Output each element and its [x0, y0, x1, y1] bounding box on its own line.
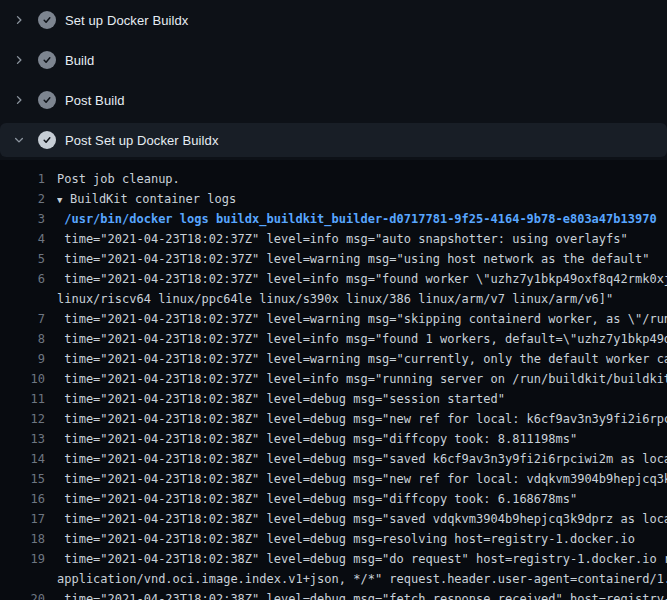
- log-line-number[interactable]: 10: [0, 369, 45, 389]
- log-line-number[interactable]: 19: [0, 549, 45, 569]
- check-circle-icon: [38, 11, 56, 29]
- log-line-text: time="2021-04-23T18:02:37Z" level=info m…: [57, 229, 628, 249]
- log-line-number[interactable]: 4: [0, 229, 45, 249]
- log-line-text: Post job cleanup.: [57, 169, 180, 189]
- step-label: Build: [65, 53, 94, 68]
- step-label: Set up Docker Buildx: [65, 13, 188, 28]
- log-viewer: 1Post job cleanup.2▼BuildKit container l…: [0, 160, 667, 600]
- log-line-number[interactable]: 18: [0, 529, 45, 549]
- log-line: 8 time="2021-04-23T18:02:37Z" level=info…: [0, 329, 667, 349]
- log-line-number[interactable]: 15: [0, 469, 45, 489]
- log-line-number[interactable]: 11: [0, 389, 45, 409]
- log-line-text: time="2021-04-23T18:02:37Z" level=info m…: [57, 369, 667, 389]
- log-line-number[interactable]: 7: [0, 309, 45, 329]
- log-line: 11 time="2021-04-23T18:02:38Z" level=deb…: [0, 389, 667, 409]
- log-line-number[interactable]: 3: [0, 209, 45, 229]
- chevron-right-icon: [12, 93, 26, 107]
- log-line-text: time="2021-04-23T18:02:38Z" level=debug …: [57, 469, 667, 489]
- log-line-number[interactable]: 13: [0, 429, 45, 449]
- log-line: 13 time="2021-04-23T18:02:38Z" level=deb…: [0, 429, 667, 449]
- log-line: 2▼BuildKit container logs: [0, 189, 667, 209]
- chevron-right-icon: [12, 13, 26, 27]
- log-line-number[interactable]: 5: [0, 249, 45, 269]
- log-line-text: ▼BuildKit container logs: [57, 189, 236, 209]
- log-line-text: time="2021-04-23T18:02:37Z" level=info m…: [57, 269, 667, 289]
- log-line: 16 time="2021-04-23T18:02:38Z" level=deb…: [0, 489, 667, 509]
- log-line-number[interactable]: 17: [0, 509, 45, 529]
- log-line-number[interactable]: 1: [0, 169, 45, 189]
- log-line: 6 time="2021-04-23T18:02:37Z" level=info…: [0, 269, 667, 289]
- log-line: 3 /usr/bin/docker logs buildx_buildkit_b…: [0, 209, 667, 229]
- log-line-number[interactable]: 12: [0, 409, 45, 429]
- step-label: Post Set up Docker Buildx: [65, 133, 219, 148]
- log-line: 20 time="2021-04-23T18:02:38Z" level=deb…: [0, 589, 667, 600]
- log-line: 15 time="2021-04-23T18:02:38Z" level=deb…: [0, 469, 667, 489]
- check-circle-icon: [38, 51, 56, 69]
- log-line-number: [0, 289, 45, 309]
- step-header-post-build[interactable]: Post Build: [0, 80, 667, 120]
- check-circle-icon: [38, 91, 56, 109]
- log-line-text: time="2021-04-23T18:02:38Z" level=debug …: [57, 429, 577, 449]
- log-line-text: time="2021-04-23T18:02:38Z" level=debug …: [57, 589, 667, 600]
- log-line-number[interactable]: 16: [0, 489, 45, 509]
- log-line-number[interactable]: 2: [0, 189, 45, 209]
- log-line-number[interactable]: 14: [0, 449, 45, 469]
- step-header-set-up-docker-buildx[interactable]: Set up Docker Buildx: [0, 0, 667, 40]
- log-line-text: time="2021-04-23T18:02:38Z" level=debug …: [57, 529, 635, 549]
- log-line: 5 time="2021-04-23T18:02:37Z" level=warn…: [0, 249, 667, 269]
- step-slot-post-set-up-docker-buildx: Post Set up Docker Buildx: [0, 123, 667, 163]
- log-line-text: time="2021-04-23T18:02:38Z" level=debug …: [57, 509, 667, 529]
- step-header-post-set-up-docker-buildx[interactable]: Post Set up Docker Buildx: [0, 123, 667, 157]
- log-command-text: /usr/bin/docker logs buildx_buildkit_bui…: [57, 209, 657, 229]
- log-line: 17 time="2021-04-23T18:02:38Z" level=deb…: [0, 509, 667, 529]
- steps-list: Set up Docker Buildx Build Post Build Po…: [0, 0, 667, 160]
- log-line-number[interactable]: 8: [0, 329, 45, 349]
- log-line-text: application/vnd.oci.image.index.v1+json,…: [57, 569, 667, 589]
- log-line-text: time="2021-04-23T18:02:37Z" level=warnin…: [57, 249, 649, 269]
- log-line: 14 time="2021-04-23T18:02:38Z" level=deb…: [0, 449, 667, 469]
- log-line: 10 time="2021-04-23T18:02:37Z" level=inf…: [0, 369, 667, 389]
- log-line-text: time="2021-04-23T18:02:38Z" level=debug …: [57, 389, 505, 409]
- step-label: Post Build: [65, 93, 125, 108]
- log-line-text: linux/riscv64 linux/ppc64le linux/s390x …: [57, 289, 613, 309]
- log-line: 9 time="2021-04-23T18:02:37Z" level=warn…: [0, 349, 667, 369]
- log-line: 1Post job cleanup.: [0, 169, 667, 189]
- log-group-toggle-icon[interactable]: ▼: [57, 190, 70, 209]
- chevron-down-icon: [12, 133, 26, 147]
- log-line-continuation: application/vnd.oci.image.index.v1+json,…: [0, 569, 667, 589]
- log-line-text: time="2021-04-23T18:02:38Z" level=debug …: [57, 409, 667, 429]
- check-circle-icon: [38, 131, 56, 149]
- log-line-text: time="2021-04-23T18:02:38Z" level=debug …: [57, 549, 667, 569]
- log-line-text: time="2021-04-23T18:02:37Z" level=warnin…: [57, 349, 667, 369]
- log-line: 7 time="2021-04-23T18:02:37Z" level=warn…: [0, 309, 667, 329]
- log-line: 19 time="2021-04-23T18:02:38Z" level=deb…: [0, 549, 667, 569]
- log-line-number[interactable]: 20: [0, 589, 45, 600]
- log-line-text: time="2021-04-23T18:02:37Z" level=warnin…: [57, 309, 667, 329]
- log-line-text: time="2021-04-23T18:02:38Z" level=debug …: [57, 449, 667, 469]
- log-line-number: [0, 569, 45, 589]
- log-line-text: time="2021-04-23T18:02:38Z" level=debug …: [57, 489, 577, 509]
- log-line: 12 time="2021-04-23T18:02:38Z" level=deb…: [0, 409, 667, 429]
- log-line-text: time="2021-04-23T18:02:37Z" level=info m…: [57, 329, 667, 349]
- log-line: 18 time="2021-04-23T18:02:38Z" level=deb…: [0, 529, 667, 549]
- chevron-right-icon: [12, 53, 26, 67]
- step-header-build[interactable]: Build: [0, 40, 667, 80]
- log-line: 4 time="2021-04-23T18:02:37Z" level=info…: [0, 229, 667, 249]
- log-line-number[interactable]: 6: [0, 269, 45, 289]
- log-line-continuation: linux/riscv64 linux/ppc64le linux/s390x …: [0, 289, 667, 309]
- log-line-number[interactable]: 9: [0, 349, 45, 369]
